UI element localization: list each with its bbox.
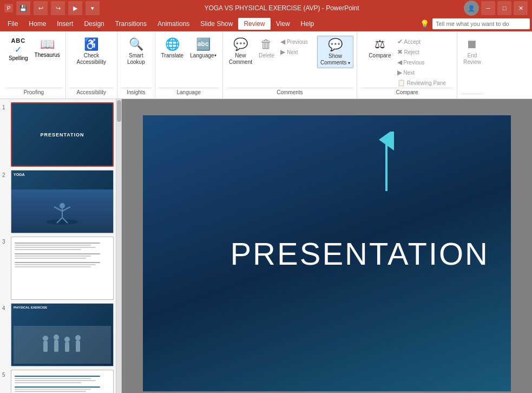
reject-label: Reject [404,49,419,55]
main-content: PRESENTATION [122,99,532,393]
window-title: YOGA VS PHYSICAL EXERCISE (AVP) - PowerP… [100,4,464,12]
save-button[interactable]: 💾 [16,1,30,15]
reject-icon: ✖ [397,48,403,56]
svg-point-1 [60,203,65,208]
svg-point-0 [46,219,78,225]
slide-number-3: 3 [2,237,9,245]
slide-row-3: 3 [2,237,114,300]
thesaurus-icon: 📖 [40,37,55,51]
slide-1-text: PRESENTATION [40,132,84,137]
compare-button[interactable]: ⚖ Compare [366,36,393,60]
insights-group-label: Insights [121,88,152,96]
menu-review[interactable]: Review [238,18,270,30]
translate-button[interactable]: 🌐 Translate [159,36,186,60]
compare-icon: ⚖ [375,37,385,51]
end-buttons: ⏹ EndReview [461,34,484,94]
title-bar-left: P 💾 ↩ ↪ ▶ ▾ [4,1,100,15]
menu-animations[interactable]: Animations [152,18,195,30]
spelling-button[interactable]: ABC ✓ Spelling [5,36,31,63]
ribbon-group-comments: 💬 NewComment 🗑 Delete ◀ Previous ▶ Next … [223,31,357,99]
reviewing-pane-label: Reviewing Pane [407,80,446,86]
slide-4-title: PHYSICAL EXERCISE [14,306,47,309]
show-comments-icon: 💬 [328,38,343,52]
insights-buttons: 🔍 SmartLookup [122,34,149,88]
slide-row-1: 1 PRESENTATION [2,102,114,167]
slide-row-2: 2 YOGA [2,170,114,233]
language-group-label: Language [159,88,219,96]
slide-panel: 1 PRESENTATION 2 YOGA [0,99,116,393]
smart-lookup-button[interactable]: 🔍 SmartLookup [122,36,149,67]
present-button[interactable]: ▶ [68,1,82,15]
svg-point-14 [75,335,81,340]
next-compare-button[interactable]: ▶ Next [395,68,448,77]
reject-button[interactable]: ✖ Reject [395,47,448,57]
previous-comment-button[interactable]: ◀ Previous [278,37,316,47]
delete-comment-button[interactable]: 🗑 Delete [256,36,277,60]
ribbon-group-proofing: ABC ✓ Spelling 📖 Thesaurus Proofing [2,31,66,99]
restore-button[interactable]: □ [497,1,511,15]
show-comments-button[interactable]: 💬 ShowComments ▾ [317,36,353,68]
slide-4-image [14,326,111,364]
next-icon: ▶ [280,48,285,56]
menu-help[interactable]: Help [295,18,320,30]
next-comment-button[interactable]: ▶ Next [278,47,316,57]
slide-3-content [11,237,113,299]
slide-4-content: PHYSICAL EXERCISE [11,304,113,366]
translate-label: Translate [161,53,183,58]
undo-button[interactable]: ↩ [34,1,48,15]
delete-icon: 🗑 [260,37,272,51]
previous-compare-button[interactable]: ◀ Previous [395,57,448,67]
translate-icon: 🌐 [165,37,180,51]
app-body: 1 PRESENTATION 2 YOGA [0,99,532,393]
slide-number-5: 5 [2,370,9,378]
thesaurus-button[interactable]: 📖 Thesaurus [32,36,62,60]
accept-button[interactable]: ✔ Accept [395,37,448,47]
new-comment-icon: 💬 [233,37,248,51]
reviewing-pane-button[interactable]: 📋 Reviewing Pane [395,78,448,88]
proofing-buttons: ABC ✓ Spelling 📖 Thesaurus [5,34,62,88]
slide-thumb-4[interactable]: PHYSICAL EXERCISE [11,303,114,366]
slide-title: PRESENTATION [230,235,489,272]
smart-lookup-icon: 🔍 [129,37,143,51]
check-accessibility-button[interactable]: ♿ CheckAccessibility [74,36,109,67]
menu-view[interactable]: View [271,18,295,30]
next-compare-icon: ▶ [397,69,402,76]
language-buttons: 🌐 Translate 🔤 Language ▾ [159,34,219,88]
end-review-icon: ⏹ [466,37,478,51]
menu-insert[interactable]: Insert [51,18,78,30]
menu-home[interactable]: Home [23,18,51,30]
slide-thumb-2[interactable]: YOGA [11,170,114,233]
smart-lookup-label: SmartLookup [127,53,145,66]
slide-row-4: 4 PHYSICAL EXERCISE [2,303,114,366]
menu-file[interactable]: File [2,18,23,30]
slide-thumb-1[interactable]: PRESENTATION [11,102,114,167]
title-bar: P 💾 ↩ ↪ ▶ ▾ YOGA VS PHYSICAL EXERCISE (A… [0,0,532,16]
spelling-check-icon: ✓ [15,44,22,55]
up-arrow-svg [370,132,403,196]
menu-slideshow[interactable]: Slide Show [195,18,238,30]
slide-row-5: 5 [2,370,114,393]
language-button[interactable]: 🔤 Language ▾ [187,36,219,60]
new-comment-button[interactable]: 💬 NewComment [226,36,255,67]
account-icon[interactable]: 👤 [464,1,479,16]
ribbon-group-compare: ⚖ Compare ✔ Accept ✖ Reject ◀ Previous ▶ [357,31,457,99]
spelling-label: Spelling [9,55,28,61]
slide-thumb-3[interactable] [11,237,114,300]
slide-canvas[interactable]: PRESENTATION [143,115,511,391]
menu-transitions[interactable]: Transitions [110,18,152,30]
more-button[interactable]: ▾ [86,1,100,15]
slide-thumb-5[interactable] [11,370,114,393]
tell-me-input[interactable] [432,18,530,29]
powerpoint-icon: P [4,4,13,12]
language-label: Language ▾ [190,53,216,58]
prev-compare-icon: ◀ [397,58,402,66]
redo-button[interactable]: ↪ [51,1,65,15]
minimize-button[interactable]: ─ [481,1,495,15]
menu-design[interactable]: Design [78,18,109,30]
end-review-button[interactable]: ⏹ EndReview [461,36,484,67]
scrollbar-thumb[interactable] [117,100,121,122]
slide-panel-scrollbar[interactable] [116,99,122,393]
svg-point-12 [64,337,70,342]
svg-point-8 [43,336,48,341]
close-button[interactable]: ✕ [514,1,528,15]
